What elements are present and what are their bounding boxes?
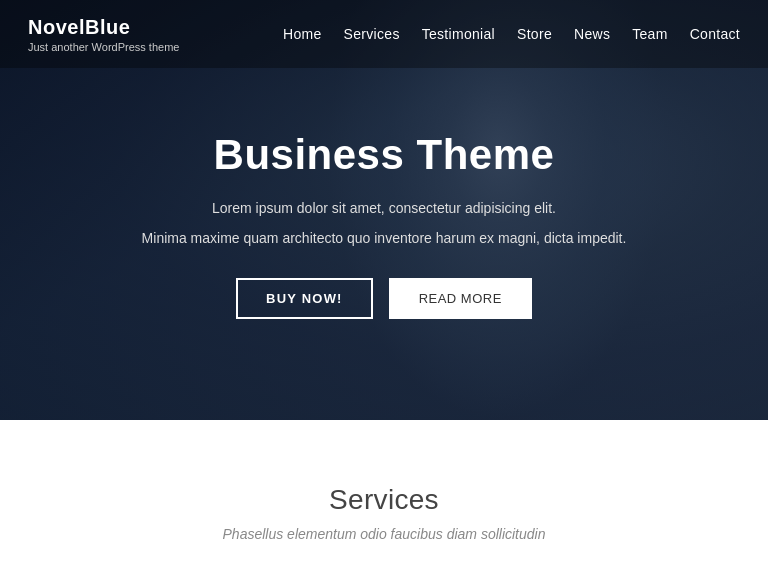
buy-now-button[interactable]: BUY NOW! (236, 278, 373, 319)
hero-description-line2: Minima maxime quam architecto quo invent… (142, 227, 627, 251)
hero-title: Business Theme (142, 131, 627, 179)
logo-subtitle: Just another WordPress theme (28, 41, 179, 53)
logo-area: NovelBlue Just another WordPress theme (28, 16, 179, 53)
hero-description-line1: Lorem ipsum dolor sit amet, consectetur … (142, 197, 627, 221)
read-more-button[interactable]: READ MORE (389, 278, 532, 319)
hero-buttons: BUY NOW! READ MORE (142, 278, 627, 319)
nav-team[interactable]: Team (632, 26, 667, 42)
logo-title: NovelBlue (28, 16, 179, 39)
nav-home[interactable]: Home (283, 26, 322, 42)
services-subtitle: Phasellus elementum odio faucibus diam s… (223, 526, 546, 542)
nav-testimonial[interactable]: Testimonial (422, 26, 495, 42)
nav-services[interactable]: Services (344, 26, 400, 42)
services-title: Services (329, 484, 439, 516)
main-nav: Home Services Testimonial Store News Tea… (283, 26, 740, 42)
services-section: Services Phasellus elementum odio faucib… (0, 420, 768, 576)
site-header: NovelBlue Just another WordPress theme H… (0, 0, 768, 68)
nav-store[interactable]: Store (517, 26, 552, 42)
nav-news[interactable]: News (574, 26, 610, 42)
nav-contact[interactable]: Contact (690, 26, 740, 42)
hero-content: Business Theme Lorem ipsum dolor sit ame… (102, 131, 667, 320)
